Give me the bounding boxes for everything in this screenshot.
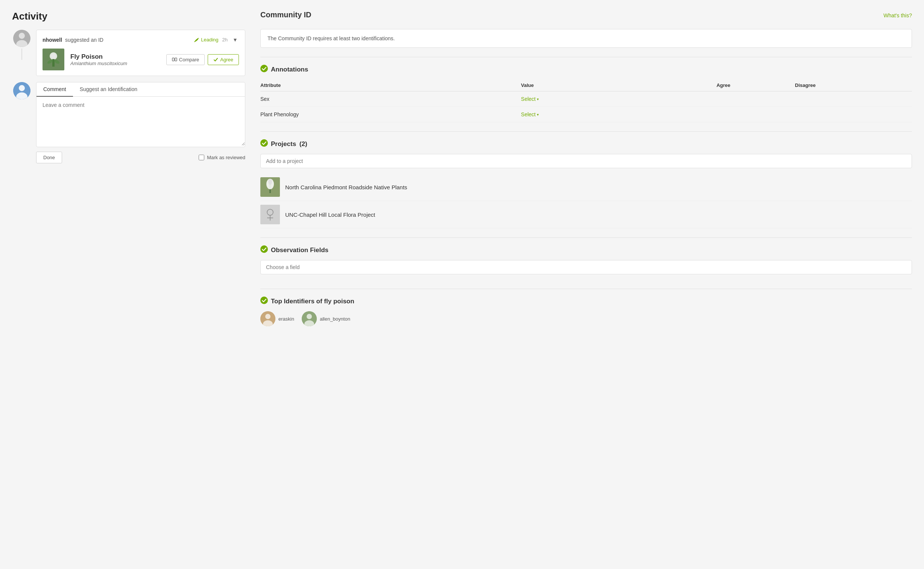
comment-textarea[interactable] [36, 97, 245, 146]
activity-row-nhowell: nhowell suggested an ID [12, 30, 245, 82]
obs-fields-title: Observation Fields [271, 246, 328, 254]
select-label-1: Select [521, 111, 536, 117]
mark-reviewed-label[interactable]: Mark as reviewed [199, 155, 245, 160]
projects-check-icon [260, 139, 268, 149]
annotation-attribute-0: Sex [260, 91, 521, 107]
identifier-name-1[interactable]: allen_boynton [320, 316, 350, 322]
annotation-row-0: Sex Select ▾ [260, 91, 912, 107]
identifier-name-0[interactable]: eraskin [278, 316, 294, 322]
divider-3 [260, 237, 912, 238]
tab-suggest-id[interactable]: Suggest an Identification [73, 82, 144, 97]
comment-tabs: Comment Suggest an Identification [36, 82, 245, 97]
time-label: 2h [222, 37, 228, 43]
svg-point-6 [51, 54, 56, 58]
svg-point-25 [260, 245, 268, 253]
col-disagree: Disagree [795, 79, 912, 91]
project-search-input[interactable] [260, 154, 912, 168]
agree-label: Agree [220, 57, 233, 62]
select-arrow-0: ▾ [537, 97, 539, 101]
username-label: nhowell suggested an ID [43, 37, 103, 43]
obs-fields-check-icon [260, 245, 268, 255]
svg-point-28 [265, 314, 271, 319]
avatar-line [21, 49, 22, 60]
id-card: nhowell suggested an ID [36, 30, 245, 76]
mark-reviewed-checkbox[interactable] [199, 155, 204, 160]
obs-fields-green-check-icon [260, 245, 268, 253]
comment-footer: Done Mark as reviewed [36, 152, 245, 163]
project-name-1: UNC-Chapel Hill Local Flora Project [285, 211, 375, 218]
project-thumb-1 [260, 205, 280, 224]
annotation-row-1: Plant Phenology Select ▾ [260, 107, 912, 122]
divider-4 [260, 289, 912, 289]
annotation-value-0[interactable]: Select ▾ [521, 91, 717, 107]
svg-point-16 [260, 139, 268, 147]
project-thumb-0 [260, 177, 280, 197]
tab-comment[interactable]: Comment [36, 82, 73, 97]
svg-point-26 [260, 297, 268, 304]
community-id-header: Community ID What's this? [260, 11, 912, 24]
top-id-check-icon [260, 297, 268, 306]
id-card-wrapper: nhowell suggested an ID [36, 30, 245, 82]
compare-button[interactable]: Compare [166, 54, 205, 65]
svg-point-31 [307, 314, 312, 319]
avatar-col-2 [12, 82, 32, 99]
projects-section: Projects (2) North Carolina Piedmont Roa… [260, 139, 912, 228]
annotation-disagree-col-1 [795, 107, 912, 122]
project-item-0[interactable]: North Carolina Piedmont Roadside Native … [260, 173, 912, 201]
annotation-select-1[interactable]: Select ▾ [521, 111, 717, 117]
annotations-header: Annotations [260, 65, 912, 74]
community-id-message: The Community ID requires at least two i… [267, 35, 395, 41]
annotation-select-0[interactable]: Select ▾ [521, 96, 717, 102]
annotations-check-icon [260, 65, 268, 74]
top-identifiers-section: Top Identifiers of fly poison eraskin [260, 297, 912, 326]
id-body: Fly Poison Amianthium muscitoxicum [43, 49, 239, 70]
annotations-title: Annotations [271, 66, 308, 73]
leaf-icon [193, 37, 199, 43]
top-id-green-check-icon [260, 297, 268, 304]
projects-header: Projects (2) [260, 139, 912, 149]
checkmark-icon [213, 57, 218, 62]
annotation-disagree-col-0 [795, 91, 912, 107]
leading-badge: Leading [193, 37, 218, 43]
chevron-down-button[interactable]: ▾ [231, 35, 239, 44]
annotation-value-1[interactable]: Select ▾ [521, 107, 717, 122]
whats-this-link[interactable]: What's this? [883, 12, 912, 18]
username[interactable]: nhowell [43, 37, 62, 43]
annotations-table: Attribute Value Agree Disagree Sex Selec… [260, 79, 912, 122]
community-id-box: The Community ID requires at least two i… [260, 29, 912, 48]
done-button[interactable]: Done [36, 152, 62, 163]
svg-point-13 [19, 85, 25, 91]
mark-reviewed-text: Mark as reviewed [207, 155, 245, 160]
annotations-header-row: Attribute Value Agree Disagree [260, 79, 912, 91]
svg-rect-11 [175, 58, 177, 61]
community-id-title: Community ID [260, 11, 312, 19]
comment-wrapper: Comment Suggest an Identification Done M… [36, 82, 245, 163]
leading-text: Leading [201, 37, 218, 43]
projects-title: Projects (2) [271, 140, 307, 148]
observation-fields-section: Observation Fields [260, 245, 912, 280]
field-search-input[interactable] [260, 260, 912, 274]
svg-rect-10 [172, 58, 174, 61]
page-title: Activity [12, 11, 245, 22]
species-info: Fly Poison Amianthium muscitoxicum [70, 53, 160, 66]
agree-button[interactable]: Agree [208, 54, 239, 65]
project-name-0: North Carolina Piedmont Roadside Native … [285, 184, 407, 190]
species-common-name: Fly Poison [70, 53, 160, 61]
projects-count: (2) [299, 140, 307, 148]
avatar-col-1 [12, 30, 32, 60]
annotation-agree-col-1 [716, 107, 795, 122]
action-text: suggested an ID [65, 37, 103, 43]
identifiers-row: eraskin allen_boynton [260, 311, 912, 326]
comment-box: Comment Suggest an Identification [36, 82, 245, 147]
compare-icon [172, 57, 177, 62]
activity-row-current-user: Comment Suggest an Identification Done M… [12, 82, 245, 163]
projects-list: North Carolina Piedmont Roadside Native … [260, 173, 912, 228]
project-item-1[interactable]: UNC-Chapel Hill Local Flora Project [260, 201, 912, 228]
divider-2 [260, 131, 912, 132]
species-thumb [43, 49, 64, 70]
col-value: Value [521, 79, 717, 91]
col-agree: Agree [716, 79, 795, 91]
project-thumb-image-0 [260, 177, 280, 197]
avatar-current-user [13, 82, 30, 99]
id-card-header-left: nhowell suggested an ID [43, 37, 103, 43]
